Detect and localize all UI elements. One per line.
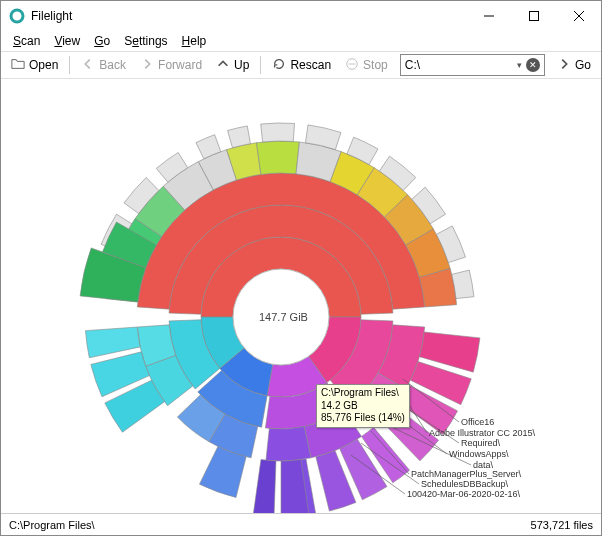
tooltip-path: C:\Program Files\: [321, 387, 405, 400]
menu-go[interactable]: Go: [88, 32, 116, 50]
separator: [69, 56, 70, 74]
chevron-up-icon: [216, 57, 230, 74]
forward-label: Forward: [158, 58, 202, 72]
svg-rect-2: [529, 12, 538, 21]
annotation: PatchManagerPlus_Server\: [411, 469, 521, 479]
segment-tooltip: C:\Program Files\ 14.2 GB 85,776 Files (…: [316, 384, 410, 428]
annotation: SchedulesDBBackup\: [421, 479, 508, 489]
stop-button[interactable]: Stop: [339, 54, 394, 77]
open-label: Open: [29, 58, 58, 72]
svg-point-0: [11, 10, 23, 22]
maximize-button[interactable]: [511, 1, 556, 31]
menubar: Scan View Go Settings Help: [1, 31, 601, 51]
rescan-button[interactable]: Rescan: [266, 54, 337, 77]
menu-scan[interactable]: Scan: [7, 32, 46, 50]
statusbar: C:\Program Files\ 573,721 files: [1, 513, 601, 535]
tooltip-size: 14.2 GB: [321, 400, 405, 413]
annotation: Adobe Illustrator CC 2015\: [429, 428, 535, 438]
annotation: Required\: [461, 438, 500, 448]
menu-help[interactable]: Help: [176, 32, 213, 50]
close-button[interactable]: [556, 1, 601, 31]
status-path: C:\Program Files\: [9, 519, 95, 531]
menu-view[interactable]: View: [48, 32, 86, 50]
toolbar: Open Back Forward Up Rescan Stop C:\ ▾ ✕: [1, 51, 601, 79]
minimize-button[interactable]: [466, 1, 511, 31]
back-button[interactable]: Back: [75, 54, 132, 77]
app-window: Filelight Scan View Go Settings Help Ope…: [0, 0, 602, 536]
window-title: Filelight: [31, 9, 466, 23]
chevron-right-icon: [557, 57, 571, 74]
chevron-left-icon: [81, 57, 95, 74]
go-label: Go: [575, 58, 591, 72]
status-file-count: 573,721 files: [531, 519, 593, 531]
path-value: C:\: [405, 58, 420, 72]
stop-icon: [345, 57, 359, 74]
forward-button[interactable]: Forward: [134, 54, 208, 77]
folder-open-icon: [11, 57, 25, 74]
up-label: Up: [234, 58, 249, 72]
clear-icon[interactable]: ✕: [526, 58, 540, 72]
sunburst-chart[interactable]: [1, 79, 601, 513]
back-label: Back: [99, 58, 126, 72]
rescan-label: Rescan: [290, 58, 331, 72]
open-button[interactable]: Open: [5, 54, 64, 77]
path-input[interactable]: C:\ ▾ ✕: [400, 54, 545, 76]
go-button[interactable]: Go: [551, 54, 597, 77]
annotation: WindowsApps\: [449, 449, 509, 459]
separator: [260, 56, 261, 74]
sunburst-canvas[interactable]: 147.7 GiB C:\Program Files\ 14.2 GB 85,7…: [1, 79, 601, 513]
tooltip-files: 85,776 Files (14%): [321, 412, 405, 425]
titlebar: Filelight: [1, 1, 601, 31]
annotation: 100420-Mar-06-2020-02-16\: [407, 489, 520, 499]
up-button[interactable]: Up: [210, 54, 255, 77]
stop-label: Stop: [363, 58, 388, 72]
chevron-right-icon: [140, 57, 154, 74]
center-size-label: 147.7 GiB: [259, 311, 308, 323]
menu-settings[interactable]: Settings: [118, 32, 173, 50]
app-icon: [9, 8, 25, 24]
refresh-icon: [272, 57, 286, 74]
dropdown-icon[interactable]: ▾: [517, 60, 522, 70]
annotation: Office16: [461, 417, 494, 427]
